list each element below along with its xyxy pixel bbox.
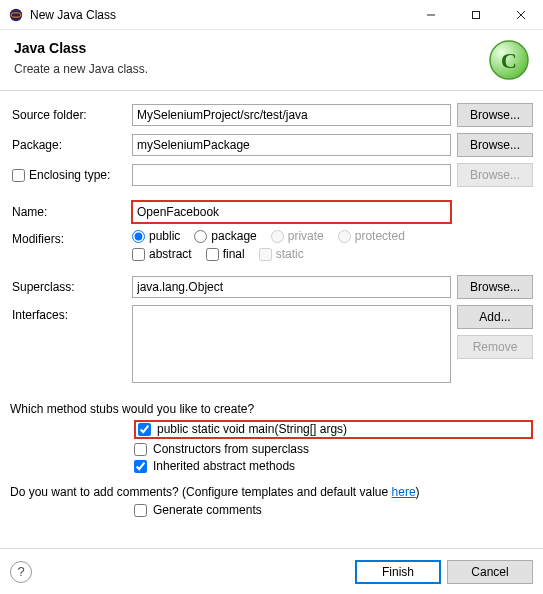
stub-main-label: public static void main(String[] args) — [157, 422, 347, 436]
minimize-button[interactable] — [408, 0, 453, 30]
svg-text:C: C — [501, 48, 517, 73]
package-label: Package: — [10, 138, 132, 152]
window-title: New Java Class — [30, 8, 408, 22]
stub-inherited-checkbox[interactable] — [134, 460, 147, 473]
source-folder-input[interactable] — [132, 104, 451, 126]
svg-rect-3 — [472, 11, 479, 18]
generate-comments-checkbox[interactable] — [134, 504, 147, 517]
package-input[interactable] — [132, 134, 451, 156]
remove-interface-button: Remove — [457, 335, 533, 359]
modifier-final-checkbox[interactable] — [206, 248, 219, 261]
modifier-protected-radio — [338, 230, 351, 243]
enclosing-type-checkbox[interactable] — [12, 169, 25, 182]
add-interface-button[interactable]: Add... — [457, 305, 533, 329]
enclosing-type-input — [132, 164, 451, 186]
cancel-button[interactable]: Cancel — [447, 560, 533, 584]
close-button[interactable] — [498, 0, 543, 30]
modifier-static-checkbox — [259, 248, 272, 261]
browse-superclass-button[interactable]: Browse... — [457, 275, 533, 299]
name-input[interactable] — [132, 201, 451, 223]
superclass-label: Superclass: — [10, 280, 132, 294]
stubs-question: Which method stubs would you like to cre… — [0, 398, 543, 418]
modifier-private-radio — [271, 230, 284, 243]
maximize-button[interactable] — [453, 0, 498, 30]
generate-comments-label: Generate comments — [153, 503, 262, 517]
finish-button[interactable]: Finish — [355, 560, 441, 584]
page-subtitle: Create a new Java class. — [14, 62, 529, 76]
help-button[interactable]: ? — [10, 561, 32, 583]
name-label: Name: — [10, 205, 132, 219]
class-icon: C — [487, 38, 531, 82]
enclosing-type-label: Enclosing type: — [29, 168, 110, 182]
configure-templates-link[interactable]: here — [392, 485, 416, 499]
browse-package-button[interactable]: Browse... — [457, 133, 533, 157]
modifiers-label: Modifiers: — [10, 229, 132, 246]
comments-question: Do you want to add comments? (Configure … — [0, 477, 543, 501]
source-folder-label: Source folder: — [10, 108, 132, 122]
interfaces-list[interactable] — [132, 305, 451, 383]
svg-point-0 — [10, 8, 22, 20]
eclipse-icon — [8, 7, 24, 23]
stub-inherited-label: Inherited abstract methods — [153, 459, 295, 473]
page-title: Java Class — [14, 40, 529, 56]
browse-source-folder-button[interactable]: Browse... — [457, 103, 533, 127]
stub-constructors-label: Constructors from superclass — [153, 442, 309, 456]
modifier-public-radio[interactable] — [132, 230, 145, 243]
modifier-abstract-checkbox[interactable] — [132, 248, 145, 261]
modifier-package-radio[interactable] — [194, 230, 207, 243]
interfaces-label: Interfaces: — [10, 305, 132, 322]
stub-main-checkbox[interactable] — [138, 423, 151, 436]
superclass-input[interactable] — [132, 276, 451, 298]
stub-constructors-checkbox[interactable] — [134, 443, 147, 456]
browse-enclosing-type-button: Browse... — [457, 163, 533, 187]
